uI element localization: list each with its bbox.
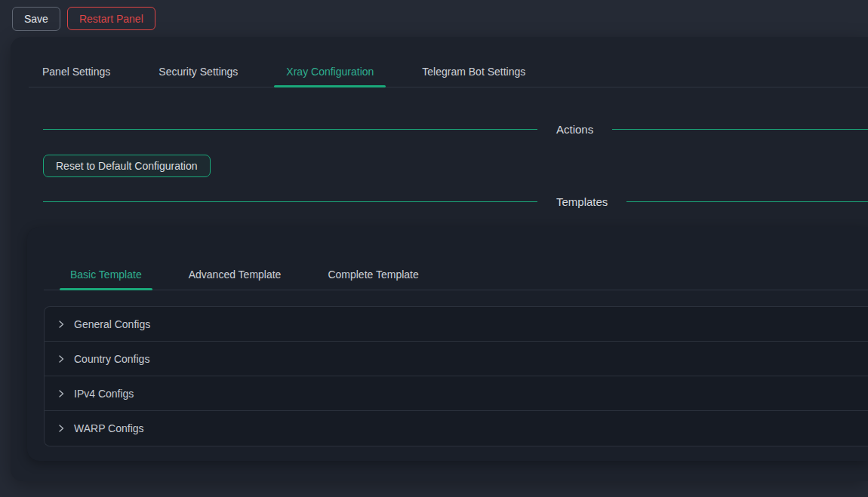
chevron-right-icon <box>57 389 66 398</box>
chevron-right-icon <box>57 354 66 364</box>
top-action-bar: Save Restart Panel <box>0 0 868 37</box>
save-button[interactable]: Save <box>12 7 60 31</box>
divider-line <box>43 201 537 202</box>
config-collapse-list: General Configs Country Configs IPv4 Con… <box>44 306 868 446</box>
template-tabs: Basic Template Advanced Template Complet… <box>44 259 868 290</box>
main-tabs: Panel Settings Security Settings Xray Co… <box>11 57 868 87</box>
reset-default-configuration-button[interactable]: Reset to Default Configuration <box>43 155 211 177</box>
tab-security-settings[interactable]: Security Settings <box>146 57 250 87</box>
templates-divider: Templates <box>43 194 868 210</box>
collapse-item-country-configs[interactable]: Country Configs <box>45 342 868 376</box>
collapse-item-general-configs[interactable]: General Configs <box>45 307 868 342</box>
tabbar-divider <box>29 87 868 87</box>
collapse-item-warp-configs[interactable]: WARP Configs <box>45 411 868 446</box>
divider-line <box>43 129 537 130</box>
collapse-item-ipv4-configs[interactable]: IPv4 Configs <box>45 376 868 411</box>
tab-advanced-template[interactable]: Advanced Template <box>178 259 292 290</box>
actions-divider-label: Actions <box>556 123 593 136</box>
divider-line <box>612 129 868 130</box>
chevron-right-icon <box>57 424 66 433</box>
tab-complete-template[interactable]: Complete Template <box>317 259 429 290</box>
collapse-item-label: WARP Configs <box>74 422 144 434</box>
restart-panel-button[interactable]: Restart Panel <box>67 7 155 30</box>
tab-basic-template[interactable]: Basic Template <box>60 259 152 290</box>
tab-panel-settings[interactable]: Panel Settings <box>30 57 122 87</box>
settings-card: Panel Settings Security Settings Xray Co… <box>11 37 868 481</box>
tab-xray-configuration[interactable]: Xray Configuration <box>274 57 386 87</box>
chevron-right-icon <box>57 320 66 329</box>
tab-telegram-bot-settings[interactable]: Telegram Bot Settings <box>410 57 537 87</box>
templates-divider-label: Templates <box>556 195 608 208</box>
actions-divider: Actions <box>43 121 868 137</box>
collapse-item-label: Country Configs <box>74 353 149 365</box>
divider-line <box>626 201 868 202</box>
collapse-item-label: IPv4 Configs <box>74 388 134 400</box>
templates-card: Basic Template Advanced Template Complet… <box>27 227 868 461</box>
collapse-item-label: General Configs <box>74 318 150 330</box>
